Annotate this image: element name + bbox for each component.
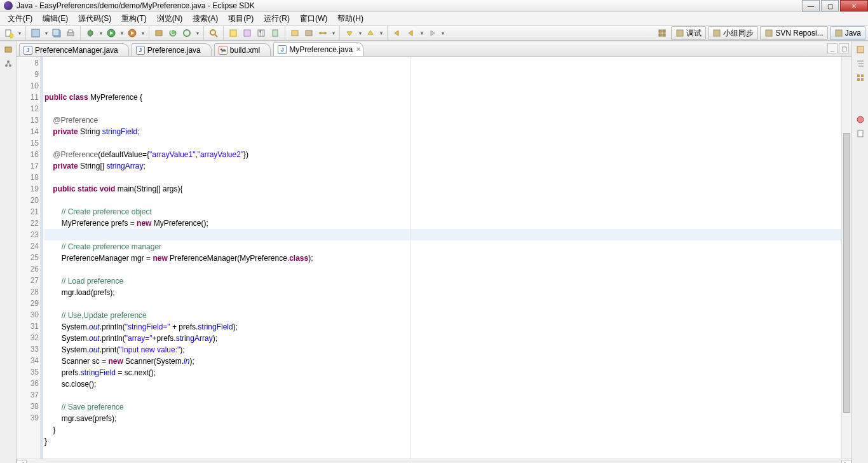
tabstrip-controls: ⎯ ▢ [827,43,849,53]
maximize-view-icon[interactable]: ▢ [839,43,849,53]
link-editor-icon[interactable] [316,27,329,39]
code-line: } [44,424,841,436]
menu-item[interactable]: 源代码(S) [73,12,116,25]
close-button[interactable]: ✕ [840,0,868,11]
perspective-button[interactable]: Java [830,26,865,40]
menu-item[interactable]: 帮助(H) [332,12,369,25]
menu-item[interactable]: 运行(R) [259,12,295,25]
dropdown-icon[interactable]: ▾ [140,31,146,36]
svg-rect-36 [659,34,661,36]
code-line [44,137,841,149]
minimize-view-icon[interactable]: ⎯ [827,43,837,53]
line-number: 38 [17,401,39,412]
tab-label: MyPreference.java [289,45,353,54]
left-trim [0,41,17,463]
run-ext-icon[interactable] [126,27,139,39]
svg-point-18 [210,30,215,35]
last-edit-icon[interactable] [391,27,403,39]
outline-icon[interactable] [855,58,866,69]
javadoc-icon[interactable] [855,128,866,139]
new-class-icon[interactable]: C [166,27,179,39]
menu-item[interactable]: 搜索(A) [187,12,223,25]
open-task-icon[interactable] [288,27,301,39]
svg-marker-30 [368,31,373,34]
prev-annotation-icon[interactable] [364,27,377,39]
menu-item[interactable]: 项目(P) [223,12,259,25]
task-focus-icon[interactable] [302,27,315,39]
perspective-button[interactable]: 调试 [671,26,706,40]
scroll-left-icon[interactable]: ◀ [17,460,27,464]
open-perspective-icon[interactable] [656,27,668,39]
svg-marker-32 [409,31,412,36]
print-icon[interactable] [64,27,77,39]
hierarchy-icon[interactable] [3,58,14,69]
dropdown-icon[interactable]: ▾ [98,31,104,36]
svg-point-56 [857,116,864,123]
show-whitespace-icon[interactable]: ¶ [255,27,268,39]
new-package-icon[interactable] [153,27,165,39]
perspective-label: SVN Reposi... [775,29,823,38]
perspective-button[interactable]: SVN Reposi... [760,26,827,40]
perspective-label: 小组同步 [723,28,754,39]
dropdown-icon[interactable]: ▾ [119,31,125,36]
svg-rect-4 [53,29,59,36]
menu-item[interactable]: 文件(F) [3,12,37,25]
dropdown-icon[interactable]: ▾ [419,31,424,36]
menu-item[interactable]: 窗口(W) [295,12,332,25]
scroll-right-icon[interactable]: ▶ [841,460,851,464]
line-number: 30 [17,309,39,321]
search-icon[interactable] [207,27,220,39]
save-icon[interactable] [29,27,42,39]
task-list-icon[interactable] [855,44,866,55]
overview-ruler[interactable] [841,57,851,459]
line-number: 25 [17,252,39,263]
save-all-icon[interactable] [50,27,63,39]
svg-rect-57 [858,130,863,137]
dropdown-icon[interactable]: ▾ [194,31,200,36]
code-line [44,447,841,459]
forward-icon[interactable] [426,27,438,39]
line-gutter[interactable]: 8910111213141516171819202122232425262728… [17,57,43,459]
dropdown-icon[interactable]: ▾ [440,31,445,36]
next-annotation-icon[interactable] [343,27,356,39]
separator [25,26,26,40]
line-number: 24 [17,240,39,252]
editor-tab[interactable]: JPreference.java [132,43,212,56]
shared-icon[interactable] [269,27,281,39]
dropdown-icon[interactable]: ▾ [17,31,22,36]
code-line: System.out.println("array="+prefs.string… [44,333,841,344]
package-explorer-icon[interactable] [3,44,14,55]
dropdown-icon[interactable]: ▾ [378,31,384,36]
problems-icon[interactable] [855,114,866,125]
back-icon[interactable] [405,27,417,39]
views-icon[interactable] [855,72,866,83]
menu-item[interactable]: 编辑(E) [37,12,73,25]
editor-tab[interactable]: 🐜build.xml [214,43,271,56]
toggle-mark-icon[interactable] [227,27,240,39]
minimize-button[interactable]: — [802,0,820,11]
separator [203,26,204,40]
perspective-button[interactable]: 小组同步 [708,26,758,40]
dropdown-icon[interactable]: ▾ [43,31,49,36]
code-area[interactable]: public class MyPreference { @Preference … [43,57,841,459]
scrollbar-thumb[interactable] [843,133,850,413]
maximize-button[interactable]: ▢ [821,0,839,11]
menu-item[interactable]: 重构(T) [116,12,151,25]
debug-icon[interactable] [84,27,97,39]
open-type-icon[interactable] [180,27,193,39]
toggle-block-icon[interactable] [241,27,254,39]
editor-tab[interactable]: JMyPreference.java✕ [273,42,363,56]
line-number: 14 [17,126,39,137]
svg-rect-21 [244,30,250,36]
dropdown-icon[interactable]: ▾ [357,31,363,36]
line-number: 33 [17,343,39,355]
run-icon[interactable] [105,27,118,39]
new-icon[interactable] [3,27,15,39]
code-line [44,298,841,310]
dropdown-icon[interactable]: ▾ [330,31,336,36]
menu-item[interactable]: 浏览(N) [152,12,188,25]
tab-close-icon[interactable]: ✕ [356,46,361,53]
code-line: public class MyPreference { [44,92,841,103]
editor-tab[interactable]: JPreferenceManager.java [19,43,129,56]
horizontal-scrollbar[interactable]: ◀ ▶ [17,459,851,463]
